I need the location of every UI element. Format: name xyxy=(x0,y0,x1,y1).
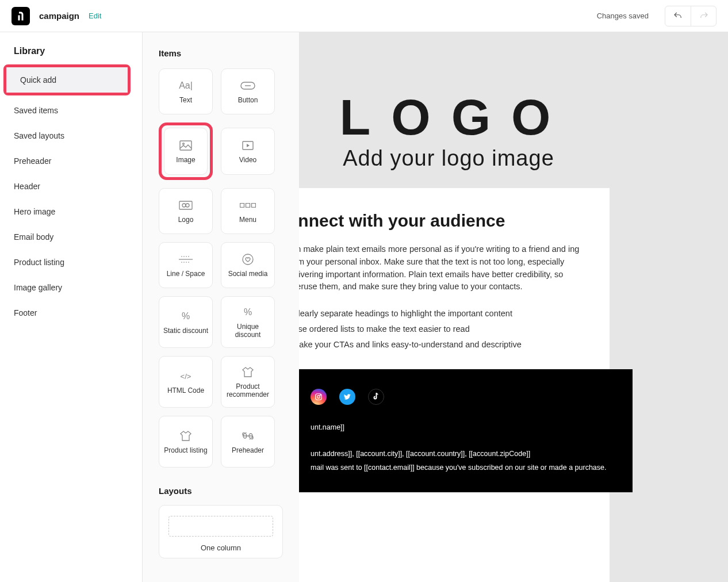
tile-static-discount-label: Static discount xyxy=(163,327,208,335)
tile-product-listing[interactable]: Product listing xyxy=(159,416,213,468)
tile-logo-label: Logo xyxy=(178,216,194,224)
svg-point-19 xyxy=(317,396,320,399)
percent-icon: % xyxy=(244,305,252,319)
undo-redo-group xyxy=(665,6,716,26)
button-icon xyxy=(240,79,255,93)
save-status: Changes saved xyxy=(597,12,649,20)
page-title: campaign xyxy=(39,11,79,21)
app-logo-icon[interactable] xyxy=(12,7,30,25)
edit-title-link[interactable]: Edit xyxy=(89,12,101,20)
tile-product-listing-label: Product listing xyxy=(164,446,207,454)
email-list-item-1: . Clearly separate headings to highlight… xyxy=(299,306,587,321)
tile-image-label: Image xyxy=(176,156,195,164)
svg-point-3 xyxy=(183,143,185,145)
tile-image[interactable]: Image xyxy=(164,128,208,175)
email-logo-sub: Add your logo image xyxy=(299,146,604,171)
tile-text-label: Text xyxy=(179,96,192,104)
twitter-icon[interactable] xyxy=(339,389,355,405)
svg-rect-2 xyxy=(180,141,191,150)
social-row xyxy=(311,389,610,405)
line-space-icon xyxy=(179,252,193,266)
layouts-title: Layouts xyxy=(159,486,283,496)
tile-video[interactable]: Video xyxy=(221,128,275,175)
sidebar-item-hero-image[interactable]: Hero image xyxy=(0,199,142,224)
svg-point-14 xyxy=(243,254,253,265)
svg-point-20 xyxy=(320,395,321,396)
layout-placeholder xyxy=(168,516,273,537)
tile-unique-discount[interactable]: % Unique discount xyxy=(221,296,275,348)
email-canvas[interactable]: LOGO Add your logo image onnect with you… xyxy=(299,32,728,582)
items-panel: Items Aa| Text Button Image Video xyxy=(143,32,299,582)
shirt-icon xyxy=(180,429,191,443)
tile-logo[interactable]: Logo xyxy=(159,188,213,234)
footer-account-name: unt.name]] xyxy=(311,421,610,435)
tile-text[interactable]: Aa| Text xyxy=(159,68,213,114)
sidebar-item-footer[interactable]: Footer xyxy=(0,300,142,326)
tile-html-code-label: HTML Code xyxy=(167,386,204,395)
tile-menu-label: Menu xyxy=(239,216,256,224)
tile-line-space[interactable]: Line / Space xyxy=(159,242,213,288)
heart-icon xyxy=(242,252,254,266)
tile-video-label: Video xyxy=(239,156,256,164)
sidebar-item-image-gallery[interactable]: Image gallery xyxy=(0,275,142,300)
email-footer[interactable]: unt.name]] unt.address]], [[account.city… xyxy=(299,369,633,492)
svg-point-6 xyxy=(182,204,186,207)
tile-preheader-label: Preheader xyxy=(232,446,264,454)
email-list-item-2: . Use ordered lists to make the text eas… xyxy=(299,321,587,337)
tile-button-label: Button xyxy=(238,96,258,104)
tile-static-discount[interactable]: % Static discount xyxy=(159,296,213,348)
tile-line-space-label: Line / Space xyxy=(167,270,205,278)
shirt-icon xyxy=(242,365,254,379)
tile-button[interactable]: Button xyxy=(221,68,275,114)
email-list: . Clearly separate headings to highlight… xyxy=(299,306,587,352)
layout-one-column-label: One column xyxy=(168,543,273,552)
library-title: Library xyxy=(0,46,142,62)
items-panel-title: Items xyxy=(159,48,283,58)
tile-social-media-label: Social media xyxy=(228,270,268,278)
image-icon xyxy=(179,139,192,152)
footer-address: unt.address]], [[account.city]], [[accou… xyxy=(311,447,610,461)
video-icon xyxy=(242,139,254,152)
svg-rect-10 xyxy=(252,204,256,208)
tiktok-icon[interactable] xyxy=(368,389,384,405)
menu-icon xyxy=(240,198,256,212)
sidebar-item-header[interactable]: Header xyxy=(0,174,142,199)
text-icon: Aa| xyxy=(179,79,193,93)
sidebar-item-email-body[interactable]: Email body xyxy=(0,224,142,250)
main-layout: Library Quick add Saved items Saved layo… xyxy=(0,32,728,582)
sidebar-item-product-listing[interactable]: Product listing xyxy=(0,250,142,275)
tile-product-recommender[interactable]: Product recommender xyxy=(221,356,275,408)
redo-button[interactable] xyxy=(691,6,716,26)
topbar: campaign Edit Changes saved xyxy=(0,0,728,32)
svg-rect-9 xyxy=(246,204,250,208)
tile-social-media[interactable]: Social media xyxy=(221,242,275,288)
svg-rect-8 xyxy=(240,204,244,208)
sidebar-item-quick-add[interactable]: Quick add xyxy=(6,67,128,93)
email-preview[interactable]: LOGO Add your logo image onnect with you… xyxy=(299,70,610,582)
email-body[interactable]: onnect with your audience can make plain… xyxy=(299,188,610,369)
undo-button[interactable] xyxy=(665,6,691,26)
percent-icon: % xyxy=(182,309,190,323)
library-sidebar: Library Quick add Saved items Saved layo… xyxy=(0,32,143,582)
tile-product-recommender-label: Product recommender xyxy=(224,382,272,399)
logo-icon xyxy=(179,198,193,212)
footer-sent-to: mail was sent to [[contact.email]] becau… xyxy=(311,461,610,475)
email-logo-block[interactable]: LOGO Add your logo image xyxy=(299,70,610,188)
link-icon xyxy=(242,429,254,443)
layout-one-column[interactable]: One column xyxy=(159,505,283,558)
email-logo-text: LOGO xyxy=(339,92,571,143)
tile-unique-discount-label: Unique discount xyxy=(224,323,272,339)
email-heading: onnect with your audience xyxy=(299,211,587,231)
tile-menu[interactable]: Menu xyxy=(221,188,275,234)
sidebar-item-preheader[interactable]: Preheader xyxy=(0,148,142,174)
svg-point-7 xyxy=(186,204,189,207)
code-icon: </> xyxy=(181,369,191,383)
tile-html-code[interactable]: </> HTML Code xyxy=(159,356,213,408)
email-list-item-3: . Make your CTAs and links easy-to-under… xyxy=(299,337,587,353)
tile-preheader[interactable]: Preheader xyxy=(221,416,275,468)
sidebar-item-saved-items[interactable]: Saved items xyxy=(0,98,142,123)
instagram-icon[interactable] xyxy=(311,389,327,405)
sidebar-item-saved-layouts[interactable]: Saved layouts xyxy=(0,123,142,148)
email-paragraph: can make plain text emails more personal… xyxy=(299,243,587,293)
